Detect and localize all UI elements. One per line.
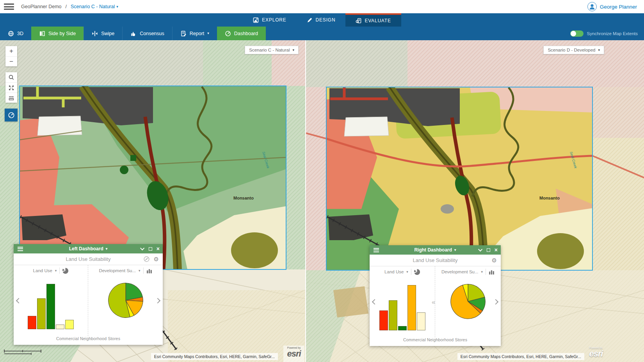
tab-evaluate[interactable]: EVALUATE [345,13,401,27]
left-map-city-label: Monsanto [233,196,254,200]
right-dashboard-widgets: Land Use ▾ Development Su... ▾ [370,266,501,337]
basemap-icon [253,17,259,23]
pie-chart-icon[interactable] [62,268,68,274]
nav-tabs: EXPLORE DESIGN EVALUATE [243,13,401,27]
panel-maximize-icon[interactable] [487,248,490,252]
left-attribution: Esri Community Maps Contributors, Esri, … [151,353,278,360]
zoom-out-button[interactable]: − [5,56,17,66]
gauge-icon [225,30,231,37]
panel-close-icon[interactable]: × [495,247,498,253]
primary-nav: EXPLORE DESIGN EVALUATE [0,13,644,27]
caret-down-icon: ▾ [55,269,57,273]
swipe-icon [92,30,98,37]
right-scenario-value: Scenario D - Developed [548,48,595,52]
sync-extents-toggle[interactable] [570,30,584,37]
map-tools [5,72,17,103]
gauge-icon [8,112,15,119]
zoom-controls: + − [5,46,17,66]
panel-close-icon[interactable]: × [157,246,160,251]
bar-chart-icon[interactable] [489,269,495,275]
panel-maximize-icon[interactable] [149,247,152,251]
left-dashboard-header: Left Dashboard ▾ × [14,244,163,253]
left-esri-logo: Powered by esri [283,346,304,362]
right-scenario-select[interactable]: Scenario D - Developed ▾ [543,46,604,54]
gear-icon[interactable]: ⚙ [154,256,159,262]
esri-wordmark: esri [283,350,304,358]
measure-tool-button[interactable] [5,93,17,103]
left-dashboard-caption: Commercial Neighborhood Stores [14,336,163,344]
top-bar: GeoPlanner Demo / Scenario C - Natural ▾… [0,0,644,13]
left-dashboard-panel: Left Dashboard ▾ × Land Use Suitability … [14,244,163,345]
pie-chart-icon[interactable] [414,269,420,275]
breadcrumb-separator: / [66,4,67,9]
globe-icon [8,30,14,37]
bar-chart-icon[interactable] [146,268,152,274]
scenario-breadcrumb-dropdown[interactable]: Scenario C - Natural ▾ [71,4,118,9]
breadcrumb: GeoPlanner Demo / Scenario C - Natural ▾ [21,4,118,9]
development-suitability-widget-label: Development Su... [441,269,479,274]
app-root: GeoPlanner Demo / Scenario C - Natural ▾… [0,0,644,362]
left-dashboard-title: Left Dashboard [69,246,103,251]
menu-icon[interactable] [4,4,14,10]
dashboard-button[interactable]: Dashboard [217,27,266,40]
left-scenario-select[interactable]: Scenario C - Natural ▾ [245,46,299,54]
caret-down-icon: ▾ [292,48,294,52]
3d-label: 3D [17,31,23,36]
report-button[interactable]: Report ▾ [172,27,217,40]
caret-down-icon: ▾ [598,48,600,52]
tab-design[interactable]: DESIGN [297,13,346,27]
right-map-city-label: Monsanto [539,196,560,200]
land-use-widget-select[interactable]: Land Use ▾ [370,266,435,277]
breadcrumb-app-title[interactable]: GeoPlanner Demo [21,4,62,9]
caret-down-icon: ▾ [406,270,408,274]
caret-down-icon: ▾ [454,248,456,252]
side-by-side-button[interactable]: Side by Side [31,27,84,40]
expand-icon [8,85,14,91]
right-land-use-bar-chart [370,283,435,330]
report-label: Report [190,31,205,36]
right-dashboard-header: Right Dashboard ▾ × [370,245,501,255]
sync-extents-label: Synchronize Map Extents [587,31,638,36]
tab-design-label: DESIGN [316,17,336,23]
tab-explore[interactable]: EXPLORE [243,13,296,27]
swipe-button[interactable]: Swipe [84,27,122,40]
sync-extents-control: Synchronize Map Extents [570,27,638,40]
dashboard-tool-button[interactable] [5,109,18,121]
land-use-widget-label: Land Use [33,268,52,273]
side-by-side-icon [39,30,45,37]
scenario-breadcrumb-label: Scenario C - Natural [71,4,115,9]
user-menu[interactable]: George Planner [587,0,637,13]
left-land-use-bar-chart [14,282,88,329]
caret-down-icon: ▾ [116,5,118,9]
development-suitability-widget-select[interactable]: Development Su... ▾ [88,265,163,276]
left-dashboard-subheader: Land Use Suitability ⚙ [14,253,163,265]
right-attribution: Esri Community Maps Contributors, Esri, … [457,353,584,360]
search-tool-button[interactable] [5,72,17,82]
full-extent-button[interactable] [5,82,17,93]
right-development-suitability-pie-chart [450,284,486,319]
right-dashboard-panel: Right Dashboard ▾ × Land Use Suitability… [370,245,501,346]
thumb-up-icon [130,30,137,37]
visibility-icon[interactable] [143,256,150,262]
report-icon [180,30,187,37]
consensus-label: Consensus [140,31,164,36]
dashboard-label: Dashboard [234,31,258,36]
land-use-widget-label: Land Use [384,269,404,274]
user-name: George Planner [600,4,637,10]
land-use-widget-select[interactable]: Land Use ▾ [14,265,88,276]
land-use-widget: Land Use ▾ [370,266,435,337]
consensus-button[interactable]: Consensus [122,27,172,40]
caret-down-icon: ▾ [139,269,141,273]
side-by-side-label: Side by Side [48,31,76,36]
zoom-in-button[interactable]: + [5,46,17,56]
pencil-icon [307,17,313,23]
right-dashboard-title: Right Dashboard [414,247,452,253]
search-icon [8,74,14,80]
left-dashboard-widgets: Land Use ▾ Development Su... ▾ [14,265,163,336]
3d-button[interactable]: 3D [0,27,31,40]
tab-explore-label: EXPLORE [262,17,286,23]
development-suitability-widget-select[interactable]: Development Su... ▾ [435,266,501,277]
gear-icon[interactable]: ⚙ [492,257,497,263]
tab-evaluate-label: EVALUATE [365,18,391,23]
carousel-collapse-icon[interactable]: « [432,298,435,306]
